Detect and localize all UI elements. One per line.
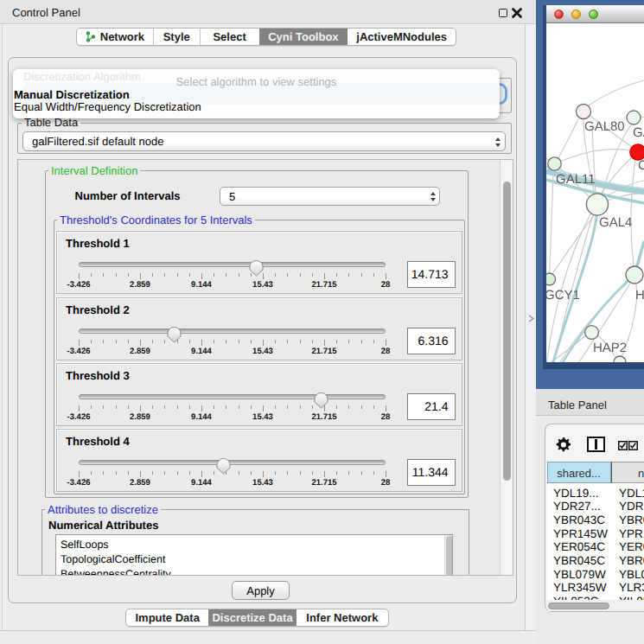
svg-text:C: C: [638, 158, 644, 173]
svg-text:GCY1: GCY1: [546, 288, 580, 303]
svg-text:HAP2: HAP2: [593, 341, 627, 355]
svg-text:H: H: [635, 288, 644, 303]
svg-text:GAL4: GAL4: [599, 215, 632, 230]
svg-text:GAL80: GAL80: [584, 119, 625, 134]
svg-text:GA: GA: [633, 125, 644, 140]
svg-text:GAL11: GAL11: [556, 172, 596, 187]
